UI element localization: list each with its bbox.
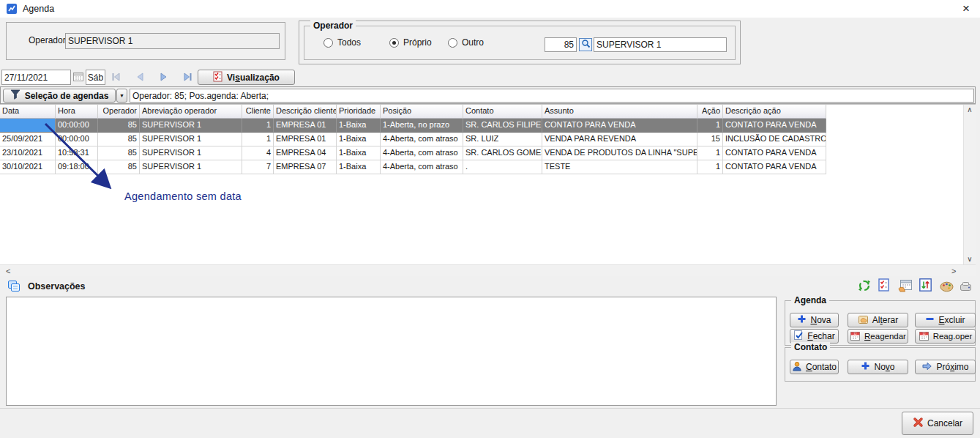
grid-header-cell[interactable]: Posição (381, 105, 463, 119)
cancel-button[interactable]: Cancelar (902, 412, 973, 435)
observations-textarea[interactable] (6, 297, 777, 406)
grid-cell[interactable]: EMPRESA 01 (274, 119, 337, 133)
grid-cell[interactable]: 00:00:00 (56, 119, 98, 133)
grid-header-cell[interactable]: Cliente (242, 105, 274, 119)
grid-cell[interactable]: 7 (242, 160, 274, 174)
grid-cell[interactable]: SR. CARLOS FILIPE (463, 119, 542, 133)
grid-cell[interactable]: SR. CARLOS GOMES (463, 146, 542, 160)
fechar-button[interactable]: Fechar (790, 329, 839, 344)
grid-cell[interactable]: 85 (98, 146, 140, 160)
operator-search-button[interactable] (579, 38, 592, 51)
grid-cell[interactable]: 4-Aberta, com atraso (381, 160, 463, 174)
grid-cell[interactable]: INCLUSÃO DE CADASTRO (723, 133, 826, 146)
alterar-button[interactable]: Alterar (848, 313, 908, 327)
scroll-right-icon[interactable]: > (949, 266, 959, 277)
grid-cell[interactable]: 1-Baixa (337, 160, 381, 174)
excluir-button[interactable]: Excluir (915, 313, 976, 327)
reag-oper-button[interactable]: 12 Reag.oper (915, 329, 976, 344)
grid-vertical-scrollbar[interactable]: ∧ ∨ (963, 105, 976, 264)
contato-button[interactable]: Contato (790, 360, 839, 374)
grid-cell[interactable]: 1 (242, 133, 274, 146)
selection-dropdown-button[interactable]: ▼ (116, 89, 127, 103)
date-input[interactable]: 27/11/2021 (1, 70, 71, 85)
last-record-icon[interactable] (182, 71, 194, 85)
reagendar-button[interactable]: 12 Reagendar (848, 329, 908, 344)
grid-cell[interactable]: 85 (98, 133, 140, 146)
grid-horizontal-scrollbar[interactable]: < > (0, 264, 976, 276)
calendar-icon[interactable] (72, 71, 84, 85)
grid-cell[interactable]: 85 (98, 119, 140, 133)
scroll-up-icon[interactable]: ∧ (964, 105, 975, 115)
grid-cell[interactable]: 1-Aberta, no prazo (381, 119, 463, 133)
grid-cell[interactable]: 1 (697, 146, 723, 160)
grid-cell[interactable]: 4-Aberta, com atraso (381, 146, 463, 160)
refresh-icon[interactable] (858, 279, 871, 294)
grid-cell[interactable]: 09:18:00 (56, 160, 98, 174)
grid-cell[interactable]: 25/09/2021 (0, 133, 56, 146)
grid-cell[interactable]: SUPERVISOR 1 (140, 133, 242, 146)
grid-cell[interactable]: 4 (242, 146, 274, 160)
next-record-icon[interactable] (158, 71, 170, 85)
grid-cell[interactable]: 23/10/2021 (0, 146, 56, 160)
weekday-button[interactable]: Sáb (86, 70, 105, 85)
agenda-selection-button[interactable]: Seleção de agendas (3, 89, 116, 103)
grid-cell[interactable]: CONTATO PARA VENDA (723, 146, 826, 160)
scroll-down-icon[interactable]: ∨ (964, 254, 975, 264)
novo-button[interactable]: Novo (848, 360, 908, 374)
grid-cell[interactable]: EMPRESA 04 (274, 146, 337, 160)
grid-cell[interactable]: SUPERVISOR 1 (140, 146, 242, 160)
grid-cell[interactable] (0, 119, 56, 133)
grid-header-cell[interactable]: Descrição cliente (274, 105, 337, 119)
grid-row[interactable]: 30/10/202109:18:0085SUPERVISOR 17EMPRESA… (0, 160, 976, 174)
grid-cell[interactable]: EMPRESA 07 (274, 160, 337, 174)
sort-order-icon[interactable] (919, 278, 932, 294)
palette-icon[interactable] (940, 281, 954, 294)
previous-record-icon[interactable] (134, 71, 146, 85)
grid-cell[interactable]: 1-Baixa (337, 119, 381, 133)
nova-button[interactable]: Nova (790, 313, 839, 327)
grid-header-cell[interactable]: Ação (697, 105, 723, 119)
grid-cell[interactable]: CONTATO PARA VENDA (723, 119, 826, 133)
grid-cell[interactable]: SUPERVISOR 1 (140, 119, 242, 133)
grid-header-cell[interactable]: Operador (98, 105, 140, 119)
radio-proprio[interactable]: Próprio (389, 37, 432, 48)
checklist-icon[interactable] (878, 278, 890, 294)
grid-cell[interactable]: 4-Aberta, com atraso (381, 133, 463, 146)
grid-cell[interactable]: 1-Baixa (337, 146, 381, 160)
grid-cell[interactable]: SR. LUIZ (463, 133, 542, 146)
grid-cell[interactable]: 30/10/2021 (0, 160, 56, 174)
grid-header-cell[interactable]: Assunto (542, 105, 697, 119)
grid-cell[interactable]: CONTATO PARA VENDA (723, 160, 826, 174)
grid-cell[interactable]: VENDA DE PRODUTOS DA LINHA "SUPER" (542, 146, 697, 160)
grid-row[interactable]: 00:00:0085SUPERVISOR 11EMPRESA 011-Baixa… (0, 119, 976, 133)
grid-cell[interactable]: 1-Baixa (337, 133, 381, 146)
grid-cell[interactable]: 1 (697, 119, 723, 133)
grid-cell[interactable]: SUPERVISOR 1 (140, 160, 242, 174)
grid-header-cell[interactable]: Descrição ação (723, 105, 826, 119)
grid-cell[interactable]: 15 (697, 133, 723, 146)
grid-row[interactable]: 23/10/202110:58:3185SUPERVISOR 14EMPRESA… (0, 146, 976, 160)
radio-outro[interactable]: Outro (448, 37, 484, 48)
printer-icon[interactable] (960, 281, 972, 294)
close-icon[interactable]: × (955, 0, 977, 18)
grid-header-cell[interactable]: Data (0, 105, 56, 119)
grid-cell[interactable]: VENDA PARA REVENDA (542, 133, 697, 146)
grid-cell[interactable]: EMPRESA 01 (274, 133, 337, 146)
proximo-button[interactable]: Próximo (915, 360, 976, 374)
grid-header-cell[interactable]: Abreviação operador (140, 105, 242, 119)
grid-cell[interactable]: 1 (242, 119, 274, 133)
visualization-button[interactable]: Visualização (198, 70, 295, 85)
grid-cell[interactable]: 00:00:00 (56, 133, 98, 146)
grid-header-cell[interactable]: Prioridade (337, 105, 381, 119)
first-record-icon[interactable] (110, 71, 121, 85)
grid-cell[interactable]: 10:58:31 (56, 146, 98, 160)
grid-header-cell[interactable]: Contato (463, 105, 542, 119)
radio-todos[interactable]: Todos (323, 37, 361, 48)
calendar-hand-icon[interactable] (897, 279, 913, 294)
operator-name-field[interactable]: SUPERVISOR 1 (594, 37, 727, 52)
grid-row[interactable]: 25/09/202100:00:0085SUPERVISOR 11EMPRESA… (0, 133, 976, 146)
grid-cell[interactable]: TESTE (542, 160, 697, 174)
grid-cell[interactable]: . (463, 160, 542, 174)
grid-cell[interactable]: CONTATO PARA VENDA (542, 119, 697, 133)
scroll-left-icon[interactable]: < (3, 266, 13, 277)
